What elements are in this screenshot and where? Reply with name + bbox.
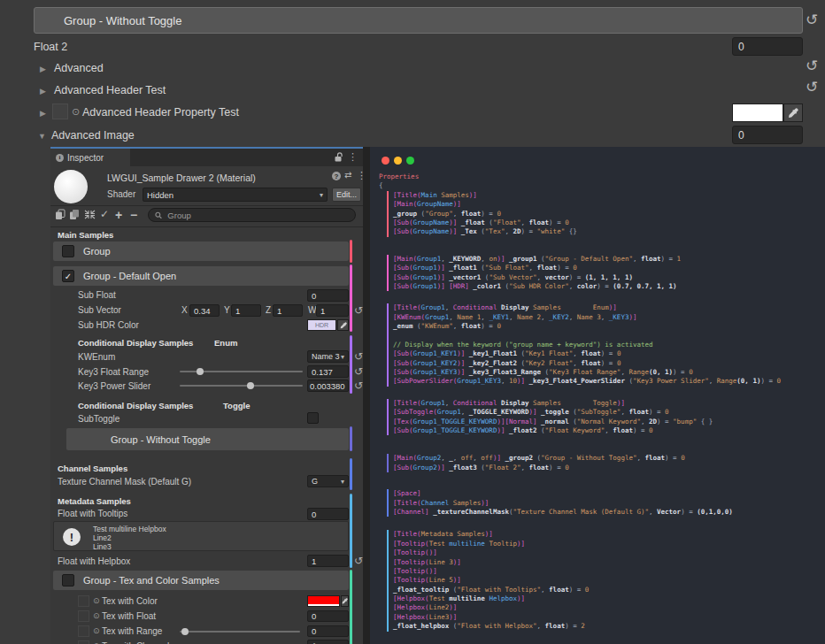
object-circle-icon: ⊙ — [93, 626, 100, 635]
code-block: [Title(Group1, Conditional Display Sampl… — [387, 399, 821, 436]
code-line: _enum ("KWEnum", float) = 0 — [393, 322, 821, 331]
group-default-open-checkbox[interactable]: ✓ — [62, 270, 74, 282]
kebab-menu-icon[interactable]: ⋮ — [357, 170, 363, 181]
sub-hdr-color-label: Sub HDR Color — [78, 320, 139, 330]
section-conditional-enum-suffix: Enum — [214, 338, 237, 348]
lock-icon[interactable] — [334, 152, 343, 163]
chevron-right-icon[interactable]: ▶ — [40, 65, 46, 73]
minus-icon[interactable]: − — [130, 208, 137, 222]
key3-range-slider-knob[interactable] — [197, 368, 204, 375]
tex-float-input[interactable]: 0 — [307, 610, 349, 622]
advanced-image-content: i Inspector ⋮ LWGUI_Sample Drawer 2 (Mat… — [50, 147, 825, 644]
group-without-toggle-header[interactable]: Group - Without Toggle — [66, 428, 349, 450]
key3-power-slider-knob[interactable] — [247, 382, 254, 389]
presets-icon[interactable]: ⇄ — [344, 170, 351, 180]
advanced-image-label[interactable]: Advanced Image — [51, 129, 135, 142]
advanced-header-test-label[interactable]: Advanced Header Test — [54, 84, 166, 96]
tex-channel-dropdown[interactable]: A ▾ — [307, 640, 349, 644]
hdr-color-swatch[interactable]: HDR — [307, 319, 336, 331]
group-default-open-header[interactable]: ✓ Group - Default Open — [53, 266, 349, 286]
float2-label: Float 2 — [34, 41, 67, 53]
object-circle-icon: ⊙ — [72, 106, 80, 118]
section-conditional-toggle: Conditional Display Samples — [78, 401, 193, 410]
revert-icon[interactable]: ↺ — [354, 305, 363, 316]
code-line: [Sub(Group1_KEY1)] _key1_Float1 ("Key1 F… — [393, 349, 821, 358]
revert-icon[interactable]: ↺ — [806, 80, 818, 95]
color-swatch[interactable] — [732, 104, 783, 122]
group-tex-color-header[interactable]: Group - Tex and Color Samples — [53, 571, 349, 590]
code-line: [Sub(Group1_KEY3)] _key3_Float3_Range ("… — [393, 368, 821, 377]
float2-input[interactable] — [732, 37, 803, 56]
chevron-down-icon[interactable]: ▼ — [38, 133, 46, 141]
advanced-foldout-label[interactable]: Advanced — [54, 62, 104, 74]
float-tooltips-input[interactable]: 0 — [307, 508, 349, 520]
edit-button[interactable]: Edit... — [332, 188, 361, 202]
tex-range-slider-track[interactable] — [180, 631, 300, 632]
vector-y-input[interactable]: 1 — [231, 304, 261, 317]
minimize-icon[interactable] — [394, 157, 402, 165]
chevron-right-icon[interactable]: ▶ — [40, 88, 46, 96]
helpbox-line: Test multiline Helpbox — [93, 525, 166, 533]
revert-icon[interactable]: ↺ — [354, 556, 363, 566]
tex-range-slider-knob[interactable] — [181, 628, 189, 635]
close-icon[interactable] — [382, 157, 389, 165]
search-icon — [155, 211, 162, 219]
accent-bar-main — [350, 240, 352, 263]
chevron-down-icon: ▾ — [341, 353, 344, 361]
vector-x-label: X — [181, 305, 188, 315]
code-line: [Sub(Group1_TOGGLE_KEYWORD)] _float2 ("F… — [393, 426, 821, 435]
vector-z-input[interactable]: 1 — [273, 304, 303, 317]
kebab-menu-icon[interactable]: ⋮ — [348, 151, 358, 163]
vector-x-input[interactable]: 0.34 — [189, 304, 220, 317]
revert-icon[interactable]: ↺ — [354, 351, 363, 362]
eyedropper-button[interactable] — [783, 104, 803, 122]
copy-icon[interactable] — [55, 209, 66, 220]
tab-inspector[interactable]: i Inspector — [50, 149, 130, 166]
key3-power-slider-track[interactable] — [180, 385, 303, 387]
float-helpbox-input[interactable]: 1 — [307, 555, 349, 567]
eyedropper-button[interactable] — [341, 595, 349, 607]
key3-power-input[interactable]: 0.003380 — [307, 380, 349, 392]
paste-icon[interactable] — [69, 209, 80, 220]
revert-icon[interactable]: ↺ — [354, 380, 363, 391]
collapse-icon[interactable] — [84, 210, 96, 219]
plus-icon[interactable]: + — [115, 208, 122, 222]
checkmark-icon[interactable]: ✓ — [100, 208, 109, 220]
helpbox: ! Test multiline Helpbox Line2 Line3 — [53, 521, 349, 551]
code-line: [Tooltip(Line 3)] — [393, 558, 821, 567]
revert-icon[interactable]: ↺ — [354, 366, 363, 377]
search-field[interactable] — [148, 208, 356, 222]
group-checkbox[interactable] — [62, 245, 74, 257]
kwenum-dropdown[interactable]: Name 3 ▾ — [307, 350, 349, 363]
subtoggle-checkbox[interactable] — [307, 412, 319, 424]
texture-channel-dropdown[interactable]: G ▾ — [307, 475, 349, 487]
material-toolbar: ✓ + − — [55, 208, 359, 224]
advanced-header-property-label[interactable]: Advanced Header Property Test — [82, 106, 239, 119]
code-line: [SubPowerSlider(Group1_KEY3, 10)] _key3_… — [393, 377, 821, 386]
eyedropper-button[interactable] — [337, 319, 349, 331]
tex-range-input[interactable]: 0 — [307, 625, 349, 637]
shader-dropdown[interactable]: Hidden ▾ — [143, 188, 328, 202]
vector-w-input[interactable]: 1 — [316, 304, 349, 317]
group-without-toggle-header-bar[interactable]: Group - Without Toggle — [34, 7, 803, 34]
advanced-image-input[interactable] — [732, 126, 803, 144]
sub-float-input[interactable]: 0 — [307, 289, 349, 302]
code-line: _float_helpbox ("Float with Helpbox", fl… — [393, 622, 821, 631]
key3-range-input[interactable]: 0.137 — [307, 365, 349, 378]
group-header[interactable]: Group — [53, 242, 349, 261]
vector-z-label: Z — [266, 305, 271, 315]
chevron-right-icon[interactable]: ▶ — [40, 110, 46, 118]
eyedropper-icon — [342, 598, 348, 604]
code-line: [Sub(Group2)] _float3 ("Float 2", float)… — [393, 464, 821, 472]
tex-color-swatch[interactable] — [307, 595, 340, 607]
revert-icon[interactable]: ↺ — [806, 12, 818, 27]
code-block: [Title(Main Samples)][Main(GroupName)]_g… — [387, 191, 821, 237]
search-input[interactable] — [166, 210, 349, 221]
revert-icon[interactable]: ↺ — [806, 58, 818, 73]
code-line: [KWEnum(Group1, Name 1, _KEY1, Name 2, _… — [393, 313, 821, 322]
help-icon[interactable]: ? — [332, 172, 341, 180]
code-editor: Properties { [Title(Main Samples)][Main(… — [370, 147, 825, 644]
maximize-icon[interactable] — [406, 157, 414, 165]
group-tex-color-checkbox[interactable] — [62, 574, 74, 586]
material-preview-sphere[interactable] — [54, 170, 88, 203]
